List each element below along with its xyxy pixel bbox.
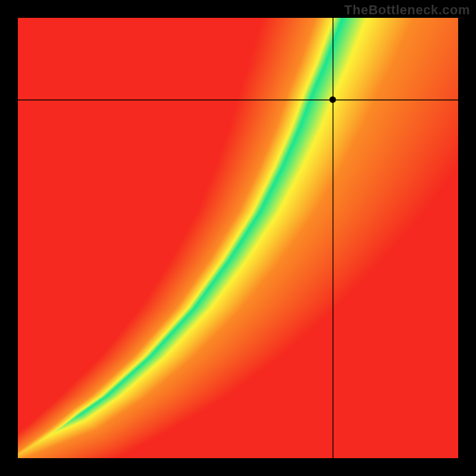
chart-stage: TheBottleneck.com [0, 0, 476, 476]
bottleneck-heatmap [18, 18, 458, 458]
watermark-label: TheBottleneck.com [345, 2, 470, 18]
